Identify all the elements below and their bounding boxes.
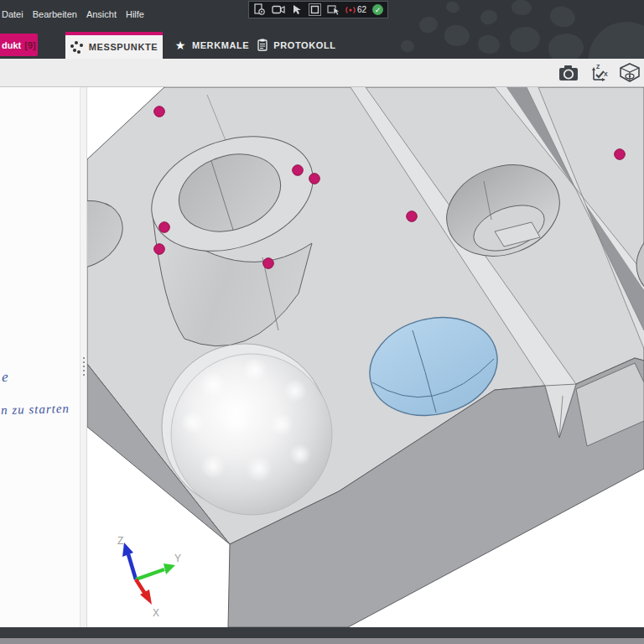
3d-viewport-scene[interactable]: Z Y X <box>87 87 644 627</box>
menu-ansicht[interactable]: Ansicht <box>84 7 123 22</box>
svg-text:Z: Z <box>596 64 600 70</box>
taskbar-strip <box>0 638 644 644</box>
screen-capture-overlay-toolbar: 62 ✓ <box>248 1 388 18</box>
measurement-point[interactable] <box>407 211 418 222</box>
tab-merkmale-label: MERKMALE <box>192 40 249 50</box>
viewport-toolbar: Z X <box>0 59 644 87</box>
tab-merkmale[interactable]: ★ MERKMALE <box>173 32 252 59</box>
product-badge[interactable]: dukt [9] <box>0 34 38 56</box>
file-settings-icon[interactable] <box>253 3 266 16</box>
hint-text-fragment: e <box>2 369 9 386</box>
measurement-point[interactable] <box>159 222 170 233</box>
menu-datei[interactable]: Datei <box>0 7 30 22</box>
tab-protokoll[interactable]: PROTOKOLL <box>255 32 339 59</box>
alignment-coordinate-system-button[interactable]: Z X <box>589 63 610 83</box>
measurement-point[interactable] <box>309 174 320 184</box>
counter-value: 62 <box>357 5 366 14</box>
recording-counter: 62 <box>345 5 366 15</box>
broadcast-icon <box>345 5 356 15</box>
svg-text:X: X <box>604 71 608 77</box>
screenshot-camera-button[interactable] <box>558 63 579 83</box>
menu-bearbeiten[interactable]: Bearbeiten <box>30 7 84 22</box>
x-axis-label: X <box>153 607 159 619</box>
measurement-point[interactable] <box>154 106 165 117</box>
coordinate-triad: Z Y X <box>117 535 181 619</box>
y-axis-arrow <box>164 564 175 574</box>
splitter-grip-icon[interactable] <box>82 357 86 382</box>
region-capture-icon[interactable] <box>309 3 321 16</box>
measurement-points-icon <box>70 41 83 54</box>
measurement-point[interactable] <box>293 165 304 176</box>
z-axis-arrow <box>122 543 133 557</box>
status-bar <box>0 627 644 638</box>
view-cube-visibility-button[interactable] <box>619 63 641 83</box>
tab-protokoll-label: PROTOKOLL <box>273 40 335 50</box>
status-check-icon[interactable]: ✓ <box>372 4 383 15</box>
y-axis-label: Y <box>174 553 181 564</box>
menu-bar: Datei Bearbeiten Ansicht Hilfe <box>0 7 151 22</box>
measurement-point[interactable] <box>615 149 626 160</box>
tab-messpunkte-label: MESSPUNKTE <box>89 42 158 52</box>
cursor-select-icon[interactable] <box>291 4 303 16</box>
video-camera-icon[interactable] <box>272 4 285 15</box>
measurement-point[interactable] <box>154 244 165 255</box>
product-badge-count: [9] <box>24 40 35 50</box>
protocol-clipboard-icon <box>257 39 267 53</box>
tab-bar: dukt [9] MESSPUNKTE ★ MERKMALE PROTOKOLL <box>0 29 644 59</box>
measurement-point[interactable] <box>263 258 274 269</box>
menu-hilfe[interactable]: Hilfe <box>123 7 151 22</box>
product-badge-label: dukt <box>2 40 21 50</box>
3d-viewport[interactable]: Z Y X <box>87 87 644 627</box>
left-panel: e n zu starten <box>0 87 80 627</box>
panel-splitter[interactable] <box>80 87 87 627</box>
cursor-drag-icon[interactable] <box>327 4 340 15</box>
hint-text-fragment: n zu starten <box>1 402 70 418</box>
title-bar: Datei Bearbeiten Ansicht Hilfe 62 ✓ <box>0 0 644 29</box>
application-window: { "window": { "menu_bar": { "items": ["D… <box>0 0 644 644</box>
tab-messpunkte[interactable]: MESSPUNKTE <box>65 32 163 59</box>
z-axis-label: Z <box>117 535 123 547</box>
star-icon: ★ <box>175 39 186 51</box>
